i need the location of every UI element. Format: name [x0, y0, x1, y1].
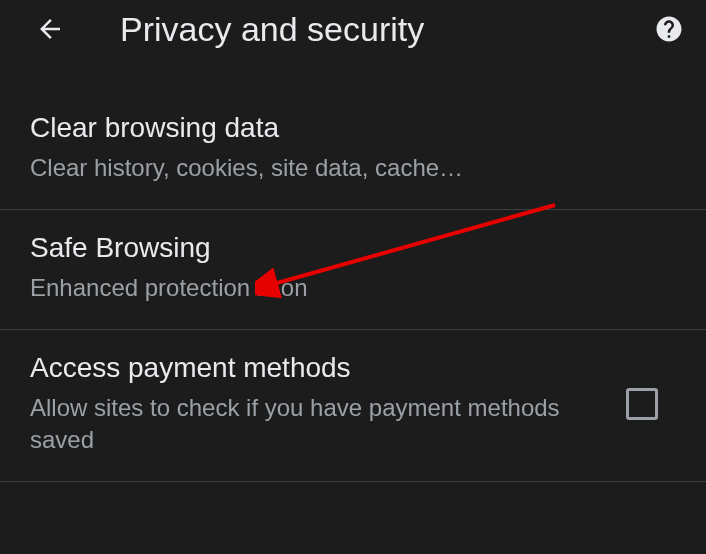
payment-checkbox[interactable]	[626, 388, 658, 420]
setting-title: Safe Browsing	[30, 232, 676, 264]
setting-text: Safe Browsing Enhanced protection is on	[30, 232, 676, 303]
help-icon	[654, 14, 684, 44]
back-button[interactable]	[30, 9, 70, 49]
help-button[interactable]	[652, 12, 686, 46]
safe-browsing-item[interactable]: Safe Browsing Enhanced protection is on	[0, 210, 706, 330]
setting-title: Access payment methods	[30, 352, 606, 384]
setting-subtitle: Enhanced protection is on	[30, 272, 676, 303]
access-payment-methods-item[interactable]: Access payment methods Allow sites to ch…	[0, 330, 706, 481]
setting-title: Clear browsing data	[30, 112, 676, 144]
setting-subtitle: Clear history, cookies, site data, cache…	[30, 152, 676, 183]
setting-subtitle: Allow sites to check if you have payment…	[30, 392, 606, 454]
clear-browsing-data-item[interactable]: Clear browsing data Clear history, cooki…	[0, 90, 706, 210]
header: Privacy and security	[0, 0, 706, 60]
arrow-back-icon	[35, 14, 65, 44]
settings-list: Clear browsing data Clear history, cooki…	[0, 60, 706, 482]
page-title: Privacy and security	[120, 10, 652, 49]
setting-text: Clear browsing data Clear history, cooki…	[30, 112, 676, 183]
setting-text: Access payment methods Allow sites to ch…	[30, 352, 606, 454]
